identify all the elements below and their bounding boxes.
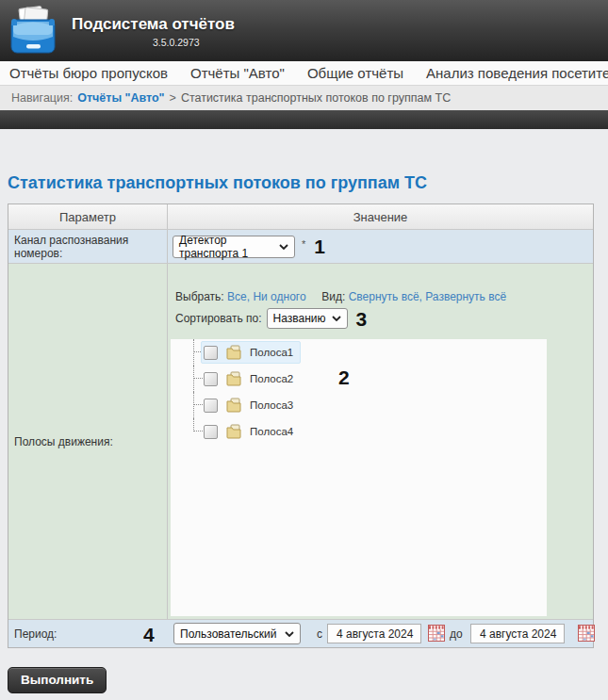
lane3-checkbox[interactable] bbox=[204, 399, 218, 413]
callout-2: 2 bbox=[338, 367, 350, 387]
sort-by-select[interactable]: Названию bbox=[267, 308, 348, 329]
period-type-select[interactable]: Пользовательский bbox=[173, 623, 301, 644]
recognition-channel-label: Канал распознавания номеров: bbox=[14, 234, 167, 260]
sort-by-label: Сортировать по: bbox=[175, 312, 262, 325]
callout-1: 1 bbox=[314, 236, 325, 256]
select-all-link[interactable]: Все bbox=[227, 290, 247, 303]
period-label: Период: bbox=[14, 627, 57, 641]
tree-item-lane3[interactable]: Полоса3 bbox=[171, 392, 547, 418]
tree-selection-links: Выбрать: Все, Ни одного Вид: Свернуть вс… bbox=[168, 290, 593, 303]
collapse-all-link[interactable]: Свернуть всё bbox=[349, 290, 419, 303]
comma: , bbox=[419, 290, 422, 303]
tree-item-lane1[interactable]: Полоса1 bbox=[171, 339, 547, 366]
sort-by-value: Названию bbox=[273, 312, 326, 325]
menu-item-auto-reports[interactable]: Отчёты "Авто" bbox=[190, 65, 285, 81]
row-recognition-channel: Канал распознавания номеров: Детектор тр… bbox=[8, 229, 593, 263]
recognition-channel-select[interactable]: Детектор транспорта 1 bbox=[173, 236, 295, 258]
table-header-row: Параметр Значение bbox=[8, 204, 593, 229]
sort-controls: Сортировать по: Названию 3 bbox=[168, 308, 593, 329]
tree-item-lane4[interactable]: Полоса4 bbox=[171, 418, 547, 445]
folder-icon bbox=[225, 371, 242, 386]
date-to-label: до bbox=[450, 627, 463, 641]
callout-4: 4 bbox=[143, 625, 155, 644]
view-prefix-label: Вид: bbox=[321, 290, 345, 303]
tree-line bbox=[193, 366, 194, 392]
lane1-checkbox[interactable] bbox=[204, 346, 218, 360]
recognition-channel-value: Детектор транспорта 1 bbox=[179, 234, 273, 260]
app-title: Подсистема отчётов bbox=[72, 15, 235, 34]
breadcrumb-separator: > bbox=[170, 91, 176, 105]
app-version: 3.5.0.2973 bbox=[153, 37, 200, 48]
reports-drawer-icon bbox=[8, 6, 58, 56]
breadcrumb-link-auto-reports[interactable]: Отчёты "Авто" bbox=[77, 91, 164, 105]
lane-label: Полоса1 bbox=[250, 347, 293, 358]
main-menu: Отчёты бюро пропусков Отчёты "Авто" Общи… bbox=[0, 61, 608, 85]
date-to-input[interactable] bbox=[470, 624, 565, 643]
lane4-checkbox[interactable] bbox=[204, 425, 218, 439]
menu-item-general-reports[interactable]: Общие отчёты bbox=[307, 65, 403, 81]
lane-label: Полоса2 bbox=[250, 373, 293, 384]
lane-label: Полоса4 bbox=[250, 426, 293, 437]
calendar-icon[interactable] bbox=[428, 625, 445, 642]
period-type-value: Пользовательский bbox=[180, 627, 277, 641]
report-parameters-table: Параметр Значение Канал распознавания но… bbox=[8, 203, 594, 648]
chevron-down-icon bbox=[285, 631, 294, 637]
chevron-down-icon bbox=[332, 316, 341, 321]
lanes-tree-panel: Полоса1 Полоса2 bbox=[171, 339, 547, 616]
breadcrumb: Навигация: Отчёты "Авто" > Статистика тр… bbox=[0, 85, 608, 110]
select-prefix-label: Выбрать: bbox=[175, 290, 224, 303]
lane-label: Полоса3 bbox=[250, 399, 293, 411]
row-traffic-lanes: Полосы движения: Выбрать: Все, Ни одного… bbox=[8, 263, 593, 619]
chevron-down-icon bbox=[279, 244, 288, 250]
callout-3: 3 bbox=[356, 309, 368, 329]
breadcrumb-current-page: Статистика транспортных потоков по групп… bbox=[181, 91, 451, 105]
tree-line bbox=[193, 392, 194, 418]
column-header-value: Значение bbox=[168, 204, 593, 229]
required-marker: * bbox=[302, 238, 305, 250]
app-header: Подсистема отчётов 3.5.0.2973 bbox=[0, 0, 608, 61]
traffic-lanes-label: Полосы движения: bbox=[14, 435, 113, 448]
folder-icon bbox=[225, 345, 242, 360]
column-header-parameter: Параметр bbox=[8, 204, 168, 229]
comma: , bbox=[247, 290, 250, 303]
select-none-link[interactable]: Ни одного bbox=[253, 290, 305, 303]
page-title: Статистика транспортных потоков по групп… bbox=[8, 173, 427, 193]
calendar-icon[interactable] bbox=[578, 625, 595, 642]
menu-item-visitor-behavior[interactable]: Анализ поведения посетителей bbox=[426, 65, 608, 81]
folder-icon bbox=[225, 398, 242, 413]
lane2-checkbox[interactable] bbox=[204, 372, 218, 386]
date-from-input[interactable] bbox=[327, 624, 421, 643]
row-period: Период: 4 Пользовательский с до bbox=[8, 619, 593, 647]
header-divider-strip bbox=[0, 110, 608, 129]
menu-item-pass-office-reports[interactable]: Отчёты бюро пропусков bbox=[9, 65, 168, 81]
tree-line bbox=[193, 339, 194, 366]
tree-line bbox=[193, 418, 194, 431]
folder-icon bbox=[225, 424, 242, 439]
breadcrumb-prefix: Навигация: bbox=[11, 91, 73, 105]
execute-button[interactable]: Выполнить bbox=[8, 667, 107, 693]
tree-item-lane2[interactable]: Полоса2 bbox=[171, 366, 547, 392]
expand-all-link[interactable]: Развернуть всё bbox=[425, 290, 506, 303]
date-from-label: с bbox=[317, 627, 322, 641]
